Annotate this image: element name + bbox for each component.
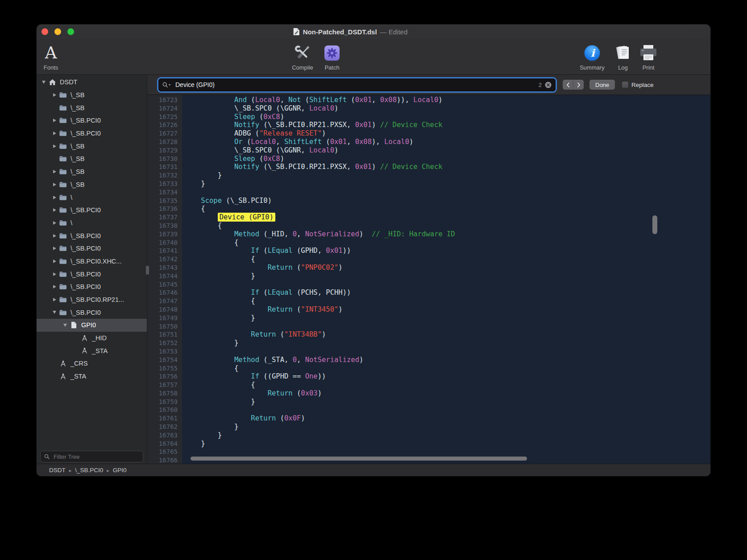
fonts-button[interactable]: A Fonts (39, 40, 62, 71)
breadcrumb-item[interactable]: DSDT (49, 467, 66, 474)
line-number: 16733 (147, 180, 182, 188)
tree-item-sb-pci0[interactable]: \_SB.PCI0 (37, 114, 147, 127)
vertical-scrollbar-thumb[interactable] (652, 215, 657, 234)
summary-button[interactable]: i Summary (577, 40, 607, 71)
code-line: } (184, 423, 710, 431)
traffic-lights (42, 29, 74, 35)
tree-item-sb-pci0-xhc[interactable]: \_SB.PCI0.XHC... (37, 255, 147, 268)
code-line: { (184, 364, 710, 373)
print-button[interactable]: Print (639, 40, 658, 71)
code-line (184, 448, 710, 456)
line-number: 16732 (147, 171, 182, 180)
tree-item-sb-pci0[interactable]: \_SB.PCI0 (37, 306, 147, 319)
tree-item-sb-pci0[interactable]: \_SB.PCI0 (37, 127, 147, 140)
tree-item-sb-pci0-rp21[interactable]: \_SB.PCI0.RP21... (37, 293, 147, 306)
search-menu-icon[interactable] (162, 82, 171, 88)
disclosure-triangle[interactable] (51, 272, 58, 276)
code-content[interactable]: And (Local0, Not (ShiftLeft (0x01, 0x08)… (182, 95, 710, 464)
minimize-window-button[interactable] (54, 29, 61, 35)
tree-item-sb[interactable]: \_SB (37, 165, 147, 178)
disclosure-triangle[interactable] (51, 93, 58, 97)
disclosure-triangle[interactable] (51, 208, 58, 212)
tree-item-root[interactable]: \ (37, 191, 147, 204)
tree-item-sb-pci0[interactable]: \_SB.PCI0 (37, 242, 147, 255)
tree-item-sb-pci0[interactable]: \_SB.PCI0 (37, 280, 147, 293)
line-number: 16725 (147, 113, 182, 121)
tree-item-hid[interactable]: _HID (37, 332, 147, 345)
line-number: 16766 (147, 456, 182, 464)
tree-item-crs[interactable]: _CRS (37, 357, 147, 370)
tree-item-sta[interactable]: _STA (37, 344, 147, 357)
tree-item-sta[interactable]: _STA (37, 370, 147, 383)
document-proxy-icon[interactable] (293, 28, 300, 36)
tree-item-root[interactable]: \ (37, 217, 147, 230)
patch-button[interactable]: Patch (319, 40, 345, 71)
code-line: } (184, 180, 710, 188)
disclosure-triangle[interactable] (51, 196, 58, 199)
disclosure-triangle[interactable] (51, 144, 58, 148)
summary-button-label: Summary (580, 64, 605, 71)
find-input[interactable] (174, 81, 535, 89)
disclosure-triangle[interactable] (51, 234, 58, 238)
breadcrumb-item[interactable]: GPI0 (113, 467, 127, 474)
close-window-button[interactable] (42, 29, 48, 35)
splitter-handle[interactable] (146, 266, 149, 275)
clear-search-icon[interactable] (545, 82, 552, 88)
disclosure-triangle[interactable] (51, 285, 58, 288)
tree-item-sb[interactable]: \_SB (37, 89, 147, 102)
folder-icon (58, 220, 68, 226)
line-number: 16764 (147, 440, 182, 448)
find-field[interactable]: 2 (158, 78, 556, 91)
code-line (184, 406, 710, 414)
disclosure-triangle[interactable] (51, 259, 58, 263)
code-editor[interactable]: 1672316724167251672616727167281672916730… (147, 95, 710, 464)
disclosure-triangle[interactable] (51, 119, 58, 122)
breadcrumb-separator: ▸ (107, 467, 109, 474)
replace-checkbox[interactable] (622, 82, 628, 88)
filter-tree-input[interactable] (53, 453, 139, 461)
tree-item-dsdt[interactable]: DSDT (37, 76, 147, 89)
log-pages-icon (614, 43, 632, 63)
line-number: 16760 (147, 406, 182, 414)
replace-label: Replace (631, 82, 654, 88)
disclosure-triangle[interactable] (51, 298, 58, 301)
line-number: 16765 (147, 448, 182, 456)
tree-item-gpi0[interactable]: GPI0 (37, 319, 147, 332)
find-navigation (563, 80, 584, 90)
disclosure-triangle[interactable] (51, 247, 58, 250)
tree-item-sb[interactable]: \_SB (37, 101, 147, 114)
disclosure-triangle[interactable] (51, 221, 58, 225)
folder-icon (58, 271, 68, 277)
previous-match-button[interactable] (563, 80, 573, 90)
code-line: { (184, 222, 710, 230)
code-line: Return ("PNP0C02") (184, 264, 710, 272)
done-button[interactable]: Done (589, 80, 615, 90)
titlebar[interactable]: Non-Patched_DSDT.dsl — Edited (37, 25, 710, 39)
line-number: 16758 (147, 389, 182, 398)
code-line: If (LEqual (GPHD, 0x01)) (184, 247, 710, 255)
line-number: 16747 (147, 297, 182, 305)
tree-item-sb-pci0[interactable]: \_SB.PCI0 (37, 229, 147, 242)
zoom-window-button[interactable] (67, 29, 74, 35)
disclosure-triangle[interactable] (62, 324, 69, 327)
disclosure-triangle[interactable] (40, 81, 47, 84)
horizontal-scrollbar-thumb[interactable] (191, 457, 527, 461)
folder-icon (58, 296, 68, 303)
disclosure-triangle[interactable] (51, 170, 58, 173)
breadcrumb-item[interactable]: \_SB.PCI0 (75, 467, 103, 474)
compile-button[interactable]: Compile (286, 40, 319, 71)
tree-item-sb-pci0[interactable]: \_SB.PCI0 (37, 268, 147, 280)
disclosure-triangle[interactable] (51, 132, 58, 135)
next-match-button[interactable] (573, 80, 584, 90)
tree-item-sb-pci0[interactable]: \_SB.PCI0 (37, 204, 147, 217)
filter-tree-field[interactable] (40, 451, 143, 462)
line-number-gutter: 1672316724167251672616727167281672916730… (147, 95, 182, 464)
tree-item-sb[interactable]: \_SB (37, 140, 147, 152)
disclosure-triangle[interactable] (51, 183, 58, 186)
tree-item-sb[interactable]: \_SB (37, 178, 147, 191)
fonts-button-label: Fonts (44, 64, 58, 71)
tree-item-label: \ (71, 194, 72, 201)
disclosure-triangle[interactable] (51, 311, 58, 314)
log-button[interactable]: Log (614, 40, 632, 71)
tree-item-sb[interactable]: \_SB (37, 152, 147, 165)
